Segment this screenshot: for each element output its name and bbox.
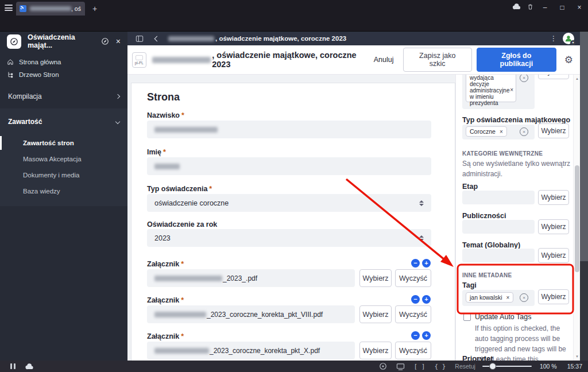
zalacznik-input[interactable]: _2023_.pdf: [147, 269, 355, 287]
temat-label: Temat (Globalny): [462, 241, 520, 249]
sidebar-group-label: Kompilacja: [8, 92, 42, 100]
choose-file-button[interactable]: Wybierz: [359, 305, 392, 323]
choose-button[interactable]: Wybierz: [538, 219, 569, 234]
jan-kowalski-tag-chip[interactable]: jan kowalski ×: [466, 292, 513, 303]
publicznosci-label: Publiczności: [462, 212, 506, 220]
category-tag-chip[interactable]: wydająca decyzje administracyjne w imien…: [466, 75, 516, 102]
slider-knob[interactable]: [489, 363, 496, 370]
sidebar-item-baza-wiedzy[interactable]: Baza wiedzy: [0, 183, 127, 199]
remove-field-button[interactable]: −: [411, 331, 420, 340]
locale-badge[interactable]: pl-PL: [132, 52, 146, 68]
sidebar-item-strona-glowna[interactable]: Strona główna: [0, 56, 127, 68]
remove-tag-icon[interactable]: ×: [510, 87, 513, 93]
zalacznik-label: Załącznik*: [147, 296, 184, 304]
zoom-slider[interactable]: [482, 366, 532, 367]
remove-tag-icon[interactable]: ×: [506, 294, 510, 301]
remove-tag-icon[interactable]: ×: [500, 129, 503, 135]
sidebar-group-kompilacja[interactable]: Kompilacja: [0, 88, 127, 105]
scroll-down-icon[interactable]: ▼: [574, 355, 580, 358]
minimize-button[interactable]: –: [539, 3, 551, 13]
section-title: Strona: [147, 91, 180, 103]
clear-file-button[interactable]: Wyczyść: [395, 342, 431, 359]
choose-file-button[interactable]: Wybierz: [359, 342, 392, 359]
redacted-text: [154, 276, 222, 281]
hamburger-menu-icon[interactable]: [5, 5, 13, 11]
sidebar-item-drzewo-stron[interactable]: Drzewo Stron: [0, 68, 127, 81]
capture-target-icon[interactable]: [379, 362, 387, 370]
scrollbar-thumb[interactable]: [575, 165, 579, 272]
imie-input[interactable]: [147, 157, 431, 175]
close-button[interactable]: ×: [573, 3, 586, 13]
sidebar-item-label: Drzewo Stron: [19, 71, 59, 78]
imie-label: Imię*: [147, 148, 166, 156]
browser-tab[interactable]: , oś: [16, 2, 85, 16]
remove-field-button[interactable]: −: [411, 259, 420, 268]
scrollbar-thumb[interactable]: [580, 32, 588, 261]
update-auto-tags-checkbox[interactable]: [463, 313, 471, 321]
code-brackets-icon[interactable]: { }: [434, 363, 446, 370]
cancel-button[interactable]: Anuluj: [374, 56, 394, 64]
add-field-button[interactable]: +: [422, 295, 431, 304]
new-tab-button[interactable]: +: [90, 3, 100, 14]
save-draft-button[interactable]: Zapisz jako szkic: [403, 48, 472, 72]
temat-field[interactable]: [462, 249, 535, 262]
rok-select[interactable]: 2023: [147, 229, 431, 247]
etap-field[interactable]: [462, 191, 535, 204]
compass-icon[interactable]: [101, 37, 109, 45]
home-icon: [7, 59, 14, 65]
coroczne-tag-chip[interactable]: Coroczne ×: [466, 126, 507, 137]
sidebar-group-zawartosc[interactable]: Zawartość: [0, 113, 127, 130]
pause-icon[interactable]: [10, 363, 16, 369]
gear-icon[interactable]: ⚙: [564, 54, 573, 66]
choose-button[interactable]: Wybierz: [538, 289, 569, 304]
clear-file-button[interactable]: Wyczyść: [395, 305, 431, 323]
nazwisko-input[interactable]: [147, 121, 431, 138]
sidebar-item-zawartosc-stron[interactable]: Zawartość stron: [0, 135, 127, 151]
clear-selection-icon[interactable]: ×: [520, 293, 528, 302]
close-menu-icon[interactable]: ×: [116, 37, 121, 46]
choose-button[interactable]: Wybierz: [538, 75, 569, 79]
panel-scrollbar[interactable]: ▲ ▼: [573, 75, 580, 361]
publicznosci-field[interactable]: [462, 220, 535, 234]
tag-label: Coroczne: [470, 128, 496, 135]
choose-button[interactable]: Wybierz: [538, 190, 569, 205]
sidebar-item-masowa-akceptacja[interactable]: Masowa Akceptacja: [0, 151, 127, 167]
choose-button[interactable]: Wybierz: [538, 123, 569, 138]
typ-oswiadczenia-label: Typ oświadczenia*: [147, 185, 212, 193]
cloud-icon[interactable]: [510, 3, 523, 13]
redacted-text: [154, 164, 180, 169]
chevron-right-icon: [115, 94, 120, 99]
typ-oswiadczenia-select[interactable]: oświadczenie coroczne: [147, 194, 431, 212]
select-caret-icon: [419, 235, 424, 241]
trash-icon[interactable]: [524, 3, 536, 13]
site-logo-compass-icon: [7, 34, 21, 49]
reset-button[interactable]: Resetuj: [455, 363, 475, 370]
user-avatar[interactable]: ▾: [563, 33, 574, 44]
clear-selection-icon[interactable]: ×: [520, 127, 528, 136]
scroll-up-icon[interactable]: ▲: [574, 77, 580, 80]
remove-field-button[interactable]: −: [411, 295, 420, 304]
category-tag-label: wydająca decyzje administracyjne w imien…: [470, 75, 509, 106]
zalacznik-input[interactable]: _2023_coroczne_korekta_pkt_VIII.pdf: [147, 305, 355, 323]
selection-brackets-icon[interactable]: [ ]: [414, 363, 425, 370]
zalacznik-input[interactable]: _2023_coroczne_korekta_pkt_X.pdf: [147, 342, 355, 359]
choose-file-button[interactable]: Wybierz: [359, 269, 392, 287]
choose-button[interactable]: Wybierz: [538, 248, 569, 263]
add-field-button[interactable]: +: [422, 331, 431, 340]
clear-file-button[interactable]: Wyczyść: [395, 269, 431, 287]
cloud-upload-icon[interactable]: [25, 363, 34, 370]
submit-publish-button[interactable]: Zgłoś do publikacji: [477, 48, 556, 72]
browser-tab-bar: , oś + – □ ×: [0, 0, 588, 16]
tab-favicon: [20, 5, 26, 12]
window-scrollbar[interactable]: [580, 32, 588, 361]
redacted-text: [154, 312, 206, 317]
add-field-button[interactable]: +: [422, 259, 431, 268]
back-chevron-icon[interactable]: [154, 36, 160, 41]
sidebar-item-label: Strona główna: [19, 59, 61, 65]
sidebar-item-dokumenty-i-media[interactable]: Dokumenty i media: [0, 167, 127, 183]
monitor-icon[interactable]: [396, 363, 405, 370]
product-menu: Oświadczenia mająt... × Strona główna Dr…: [0, 32, 127, 361]
product-menu-toggle-icon[interactable]: [136, 35, 144, 42]
kebab-menu-icon[interactable]: ⋮: [549, 34, 558, 42]
maximize-button[interactable]: □: [556, 3, 568, 13]
